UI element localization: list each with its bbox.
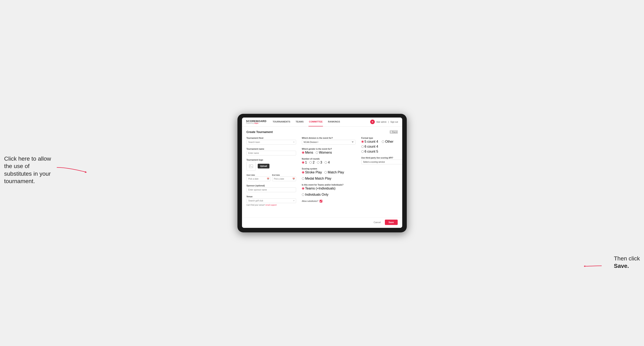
nav-committee[interactable]: COMMITTEE xyxy=(308,118,323,127)
nav-items: TOURNAMENTS TEAMS COMMITTEE RANKINGS xyxy=(272,118,370,127)
start-date-label: Start date xyxy=(246,174,270,176)
rounds-4[interactable]: 4 xyxy=(324,161,330,164)
scoring-api-field: Use third-party live scoring API? Select… xyxy=(361,157,402,164)
tournament-name-label: Tournament name xyxy=(246,148,296,150)
gender-mens-label: Mens xyxy=(305,151,313,155)
tournament-host-input[interactable] xyxy=(246,140,296,145)
format-other[interactable]: Other xyxy=(382,140,393,144)
host-dropdown-icon: ▾ xyxy=(294,141,294,143)
substitutes-checkbox[interactable] xyxy=(320,200,322,202)
annotation-left: Click here to allow the use of substitut… xyxy=(4,155,58,185)
email-support-link[interactable]: email support xyxy=(266,204,277,206)
tournament-host-field: Tournament Host ▾ xyxy=(246,137,296,145)
gender-mens-radio[interactable] xyxy=(302,151,304,154)
end-date-icon: 📅 xyxy=(292,178,295,180)
rounds-1[interactable]: 1 xyxy=(302,161,307,164)
gender-field: Which gender is the event for? Mens Wome… xyxy=(302,148,356,155)
start-date-field: Start date 📅 xyxy=(246,174,270,181)
gender-radio-group: Mens Womens xyxy=(302,151,356,155)
format-6count4[interactable]: 6 count 4 xyxy=(361,145,378,149)
scoring-stroke-radio[interactable] xyxy=(302,171,304,173)
scoring-system-field: Scoring system Stroke Play Match Play xyxy=(302,168,356,180)
event-individuals-radio[interactable] xyxy=(302,193,304,196)
scoring-stroke[interactable]: Stroke Play xyxy=(302,171,322,174)
nav-rankings[interactable]: RANKINGS xyxy=(328,118,340,127)
nav-teams[interactable]: TEAMS xyxy=(295,118,304,127)
format-6count5-label: 6 count 5 xyxy=(365,150,378,154)
svg-marker-0 xyxy=(85,171,87,173)
end-date-field: End date 📅 xyxy=(272,174,296,181)
rounds-3-label: 3 xyxy=(320,161,322,164)
svg-rect-2 xyxy=(249,165,253,168)
sign-out-link[interactable]: Sign out xyxy=(390,121,398,123)
venue-hint: Can't find your venue? email support xyxy=(246,204,296,206)
format-6count4-radio[interactable] xyxy=(361,145,364,148)
scoring-match-radio[interactable] xyxy=(324,171,327,173)
start-date-icon: 📅 xyxy=(267,178,269,180)
upload-button[interactable]: Upload xyxy=(258,164,270,169)
page-footer: Cancel Save xyxy=(242,217,402,228)
format-other-label: Other xyxy=(385,140,393,144)
tablet-screen: SCOREBOARD Powered by clippd TOURNAMENTS… xyxy=(242,118,402,228)
event-type-teams[interactable]: Teams (+Individuals) xyxy=(302,187,336,190)
division-select[interactable]: NCAA Division I xyxy=(302,140,356,145)
gender-womens[interactable]: Womens xyxy=(316,151,332,155)
rounds-3[interactable]: 3 xyxy=(317,161,322,164)
gender-womens-label: Womens xyxy=(319,151,332,155)
page-title: Create Tournament xyxy=(246,130,273,134)
page-content: Create Tournament < Back Tournament Host… xyxy=(242,127,402,217)
rounds-3-radio[interactable] xyxy=(317,161,320,164)
logo-area: SCOREBOARD Powered by clippd xyxy=(246,120,266,124)
format-5count4[interactable]: 5 count 4 xyxy=(361,140,378,144)
gender-womens-radio[interactable] xyxy=(316,151,318,154)
division-label: Which division is the event for? xyxy=(302,137,356,139)
image-icon xyxy=(249,164,253,168)
format-row-2: 6 count 4 xyxy=(361,145,402,149)
event-teams-radio[interactable] xyxy=(302,187,304,190)
end-date-wrap: 📅 xyxy=(272,176,296,181)
venue-input[interactable] xyxy=(246,198,296,203)
annotation-right: Then click Save. xyxy=(614,255,640,270)
user-label: blair admin xyxy=(376,121,386,123)
arrow-left-svg xyxy=(55,159,88,176)
scoring-system-label: Scoring system xyxy=(302,168,356,170)
event-type-radio-group: Teams (+Individuals) Individuals Only xyxy=(302,187,356,196)
form-col-left: Tournament Host ▾ Tournament name Tourna… xyxy=(246,137,296,207)
sponsor-input[interactable] xyxy=(246,187,296,192)
allow-substitutes-field: Allow substitutes? xyxy=(302,200,356,202)
rounds-2[interactable]: 2 xyxy=(309,161,314,164)
end-date-label: End date xyxy=(272,174,296,176)
rounds-2-label: 2 xyxy=(312,161,314,164)
tournament-name-input[interactable] xyxy=(246,151,296,156)
event-individuals-label: Individuals Only xyxy=(305,193,328,196)
gender-mens[interactable]: Mens xyxy=(302,151,313,155)
sponsor-label: Sponsor (optional) xyxy=(246,184,296,187)
venue-label: Venue xyxy=(246,195,296,198)
venue-field: Venue ▾ Can't find your venue? email sup… xyxy=(246,195,296,206)
format-6count4-label: 6 count 4 xyxy=(365,145,378,149)
scoring-medal-radio[interactable] xyxy=(302,177,304,180)
save-button[interactable]: Save xyxy=(385,220,398,225)
tournament-logo-field: Tournament logo Upload xyxy=(246,159,296,171)
scoring-medal-match[interactable]: Medal Match Play xyxy=(302,177,332,180)
rounds-2-radio[interactable] xyxy=(309,161,312,164)
format-other-radio[interactable] xyxy=(382,140,384,143)
arrow-right-svg xyxy=(583,262,604,270)
cancel-button[interactable]: Cancel xyxy=(372,220,383,225)
format-5count4-radio[interactable] xyxy=(361,140,364,143)
scoring-match[interactable]: Match Play xyxy=(324,171,344,174)
format-6count5-radio[interactable] xyxy=(361,150,364,153)
back-button[interactable]: < Back xyxy=(390,130,398,134)
rounds-1-radio[interactable] xyxy=(302,161,304,164)
rounds-1-label: 1 xyxy=(305,161,307,164)
form-col-right: Format type 5 count 4 Other xyxy=(361,137,402,207)
rounds-4-radio[interactable] xyxy=(324,161,327,164)
event-type-individuals[interactable]: Individuals Only xyxy=(302,193,328,196)
format-options: 5 count 4 Other 6 count 4 xyxy=(361,140,402,154)
venue-dropdown-icon: ▾ xyxy=(294,200,294,202)
nav-tournaments[interactable]: TOURNAMENTS xyxy=(272,118,290,127)
rounds-field: Number of rounds 1 2 xyxy=(302,158,356,164)
format-6count5[interactable]: 6 count 5 xyxy=(361,150,378,154)
scoring-api-select[interactable]: Select a scoring service xyxy=(361,160,402,164)
substitutes-label: Allow substitutes? xyxy=(302,200,318,202)
